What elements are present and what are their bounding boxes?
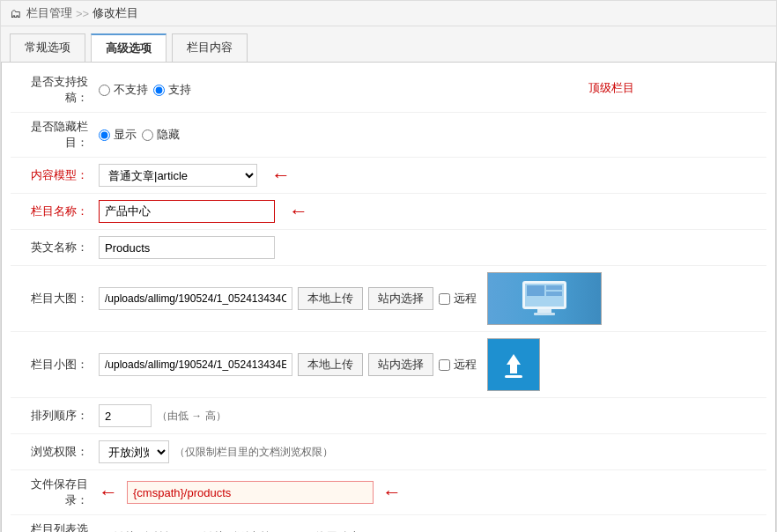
content-model-control: 普通文章|article ← [99,164,766,187]
monitor-icon [518,279,571,318]
sort-order-row: 排列顺序： （由低 → 高） [11,398,766,434]
category-name-input[interactable] [99,200,275,223]
browse-permission-row: 浏览权限： 开放浏览 （仅限制栏目里的文档浏览权限） [11,434,766,470]
category-name-arrow: ← [289,200,308,223]
en-name-control [99,236,766,259]
browse-permission-select[interactable]: 开放浏览 [99,440,169,463]
svg-rect-4 [527,285,544,296]
content-model-arrow: ← [271,164,291,187]
download-icon [498,349,529,381]
vote-yes-radio[interactable]: 支持 [153,82,191,98]
category-name-row: 栏目名称： ← [11,194,766,230]
tab-general[interactable]: 常规选项 [10,33,85,62]
content-model-select[interactable]: 普通文章|article [99,164,257,187]
breadcrumb: 🗂 栏目管理 >> 修改栏目 [1,1,776,26]
small-img-select-btn[interactable]: 站内选择 [368,353,433,376]
breadcrumb-icon: 🗂 [10,7,21,20]
content-model-label: 内容模型： [11,167,99,183]
en-name-label: 英文名称： [11,240,99,255]
breadcrumb-current: 修改栏目 [92,5,138,21]
small-img-upload-btn[interactable]: 本地上传 [298,353,363,376]
save-dir-input[interactable] [127,481,374,504]
vote-support-row: 是否支持投稿： 不支持 支持 [11,68,766,113]
save-dir-control: ← ← [99,481,766,504]
hide-category-row: 是否隐藏栏目： 显示 隐藏 [11,113,766,158]
sort-order-label: 排列顺序： [11,408,99,424]
top-right-note: 顶级栏目 [588,80,634,96]
large-img-label: 栏目大图： [11,291,99,307]
breadcrumb-parent[interactable]: 栏目管理 [26,5,72,21]
large-img-path[interactable] [99,287,292,310]
svg-rect-5 [546,285,562,290]
svg-marker-7 [507,354,521,373]
vote-no-radio[interactable]: 不支持 [99,82,148,98]
save-dir-row: 文件保存目录： ← ← [11,470,766,515]
small-img-preview [487,338,540,391]
small-img-remote-check[interactable]: 远程 [439,357,477,373]
browse-permission-control: 开放浏览 （仅限制栏目里的文档浏览权限） [99,440,766,463]
small-img-row: 栏目小图： 本地上传 站内选择 远程 [11,332,766,398]
breadcrumb-sep1: >> [76,7,89,20]
hide-category-control: 显示 隐藏 [99,127,766,143]
category-name-control: ← [99,200,766,223]
svg-rect-6 [546,292,562,296]
large-img-preview [487,272,602,325]
save-dir-label: 文件保存目录： [11,477,99,508]
vote-support-control: 不支持 支持 [99,82,766,98]
save-dir-arrow: ← [99,481,118,504]
vote-support-label: 是否支持投稿： [11,74,99,106]
hide-radio[interactable]: 隐藏 [142,127,180,143]
svg-rect-2 [537,309,551,313]
svg-rect-8 [505,375,522,378]
sort-order-control: （由低 → 高） [99,404,766,427]
large-img-remote-check[interactable]: 远程 [439,291,477,307]
small-img-control: 本地上传 站内选择 远程 [99,338,766,391]
large-img-upload-btn[interactable]: 本地上传 [298,287,363,310]
sort-order-hint: （由低 → 高） [157,409,226,424]
browse-permission-hint: （仅限制栏目里的文档浏览权限） [174,445,333,460]
small-img-label: 栏目小图： [11,357,99,373]
svg-rect-3 [534,313,555,315]
en-name-row: 英文名称： [11,230,766,266]
large-img-select-btn[interactable]: 站内选择 [368,287,433,310]
list-options-label: 栏目列表选项： [11,521,99,532]
show-radio[interactable]: 显示 [99,127,137,143]
large-img-row: 栏目大图： 本地上传 站内选择 远程 [11,266,766,332]
save-dir-arrow2: ← [382,481,402,504]
browse-permission-label: 浏览权限： [11,444,99,460]
small-img-path[interactable] [99,353,292,376]
hide-category-label: 是否隐藏栏目： [11,119,99,151]
sort-order-input[interactable] [99,404,152,427]
tab-content[interactable]: 栏目内容 [172,33,248,62]
category-name-label: 栏目名称： [11,203,99,219]
list-options-row: 栏目列表选项： 链接到默认页 链接到列表第一页 使用动态页 [11,515,766,532]
large-img-control: 本地上传 站内选择 远程 [99,272,766,325]
en-name-input[interactable] [99,236,275,259]
content-model-row: 内容模型： 普通文章|article ← [11,158,766,194]
tab-bar: 常规选项 高级选项 栏目内容 [1,26,776,63]
tab-advanced[interactable]: 高级选项 [91,33,166,62]
